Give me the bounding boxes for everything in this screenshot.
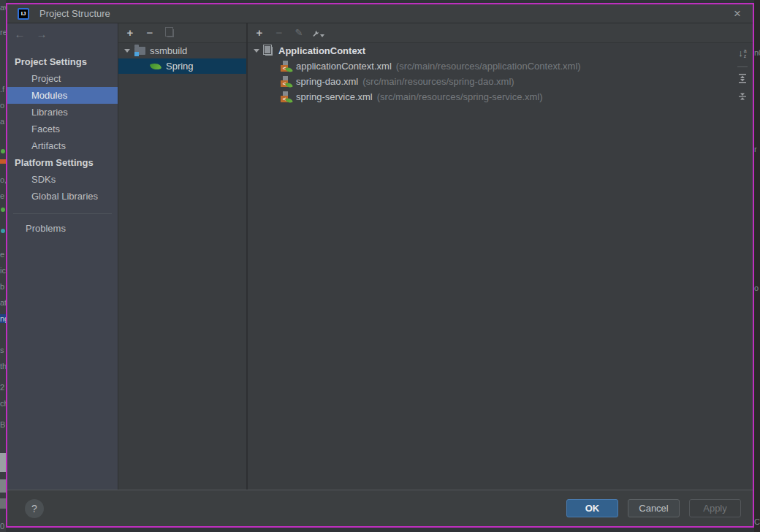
spring-xml-file-icon: < [281,76,292,88]
sidebar-item-label: Project [31,73,61,84]
add-icon[interactable]: + [124,27,136,39]
background-text-fragment: 2 [0,383,6,392]
section-header-platform-settings: Platform Settings [7,154,118,171]
xml-file-path: (src/main/resources/spring-dao.xml) [362,76,514,87]
application-context-tree: ApplicationContext < applicationContext.… [248,43,753,490]
help-icon[interactable]: ? [25,499,44,518]
sidebar-item[interactable]: Facets [7,121,118,137]
background-text-fragment: a [0,117,6,126]
bg-dot-teal [1,229,5,233]
tree-row-spring[interactable]: Spring [118,58,246,74]
bg-block [0,479,6,493]
tree-row-application-context[interactable]: ApplicationContext [248,43,753,58]
background-text-fragment: th [0,362,6,370]
background-text-fragment: o [0,101,6,110]
copy-icon[interactable] [164,27,175,39]
close-icon[interactable]: × [729,7,745,21]
bg-bar-orange [0,159,6,164]
background-text-fragment: av [0,3,6,12]
background-text-fragment: s [0,346,6,354]
settings-sidebar: ← → Project Settings Project Modules Lib [7,23,118,490]
xml-file-path: (src/main/resources/spring-service.xml) [377,91,543,102]
background-text-fragment: ng [0,314,6,323]
sidebar-item-label: Problems [26,223,66,234]
sidebar-item-label: Global Libraries [31,191,98,202]
sidebar-item-label: SDKs [31,174,56,185]
xml-file-path: (src/main/resources/applicationContext.x… [396,61,581,72]
xml-file-name: spring-dao.xml [296,76,358,87]
dialog-content: ← → Project Settings Project Modules Lib [7,23,753,490]
chevron-down-icon[interactable] [254,49,259,53]
background-text-fragment: 0 [0,522,6,531]
bg-block [0,453,6,472]
spring-leaf-icon [150,61,162,72]
bg-dot-green2 [1,208,5,212]
background-text-fragment: o [754,284,760,292]
sidebar-item[interactable]: Project [7,70,118,87]
spring-xml-file-icon: < [281,61,292,72]
add-icon[interactable]: + [254,27,265,39]
dialog-footer: ? OK Cancel Apply [7,490,753,526]
background-left-strip: av re .f o a o, e e ic b at ng s th 2 ch… [0,0,6,532]
settings-wrench-icon[interactable] [313,27,324,39]
tree-row-xml-file[interactable]: < spring-dao.xml (src/main/resources/spr… [248,74,753,89]
tree-row-xml-file[interactable]: < spring-service.xml (src/main/resources… [248,89,753,104]
sidebar-item[interactable]: Artifacts [7,137,118,154]
dialog-title: Project Structure [39,8,110,19]
background-text-fragment: b [0,282,6,291]
sidebar-item[interactable]: Global Libraries [7,188,118,205]
facet-name: Spring [166,61,194,72]
options-separator [737,66,748,67]
project-structure-dialog: IJ Project Structure × ← → Project Setti… [6,3,754,528]
background-text-fragment: r [754,145,760,153]
module-name: ssmbuild [150,45,187,56]
expand-all-icon[interactable] [737,73,748,83]
cancel-button[interactable]: Cancel [628,499,680,517]
background-text-fragment: ch [0,399,6,408]
chevron-down-icon[interactable] [124,49,130,53]
history-nav: ← → [7,23,118,45]
edit-pencil-icon[interactable]: ✎ [293,27,305,39]
sidebar-item-label: Libraries [31,107,68,118]
tree-view-options: ↓ az [736,48,749,110]
bg-block [0,498,6,509]
background-text-fragment: ic [0,266,6,275]
spring-xml-file-icon: < [281,91,292,103]
background-text-fragment: o, [0,175,6,184]
fileset-pages-icon [265,47,273,56]
platform-settings-items: SDKs Global Libraries [7,171,118,205]
intellij-logo-icon: IJ [18,8,29,20]
sidebar-separator [13,213,112,214]
modules-panel: + − ssmbuild Spring [118,23,248,490]
background-text-fragment: .f [0,85,6,94]
background-text-fragment: e [0,250,6,259]
tree-row-ssmbuild[interactable]: ssmbuild [118,43,246,58]
remove-icon[interactable]: − [144,27,156,39]
background-text-fragment: e [0,191,6,200]
sidebar-item[interactable]: Libraries [7,104,118,121]
background-right-strip: n0 r o C [754,0,760,532]
collapse-all-icon[interactable] [737,91,748,102]
modules-tree: ssmbuild Spring [118,43,246,490]
footer-buttons: OK Cancel Apply [566,499,741,517]
sidebar-item-label: Facets [31,123,60,134]
background-text-fragment: re [0,28,6,37]
background-text-fragment: B [0,420,6,429]
sort-alphabetically-icon[interactable]: ↓ az [738,48,746,58]
xml-file-name: applicationContext.xml [296,61,392,72]
background-text-fragment: at [0,298,6,307]
sidebar-item[interactable]: SDKs [7,171,118,188]
remove-icon[interactable]: − [273,27,285,39]
ok-button[interactable]: OK [566,499,618,517]
module-folder-icon [134,47,145,55]
tree-row-xml-file[interactable]: < applicationContext.xml (src/main/resou… [248,58,753,74]
sidebar-item[interactable]: Modules [7,87,118,104]
background-text-fragment: C [754,517,760,526]
back-arrow-icon[interactable]: ← [13,28,26,40]
background-text-fragment: n0 [754,48,760,57]
forward-arrow-icon[interactable]: → [35,28,48,40]
fileset-name: ApplicationContext [278,45,365,56]
section-header-project-settings: Project Settings [7,53,118,70]
sidebar-item-problems[interactable]: Problems [7,220,118,237]
xml-file-name: spring-service.xml [296,91,373,102]
